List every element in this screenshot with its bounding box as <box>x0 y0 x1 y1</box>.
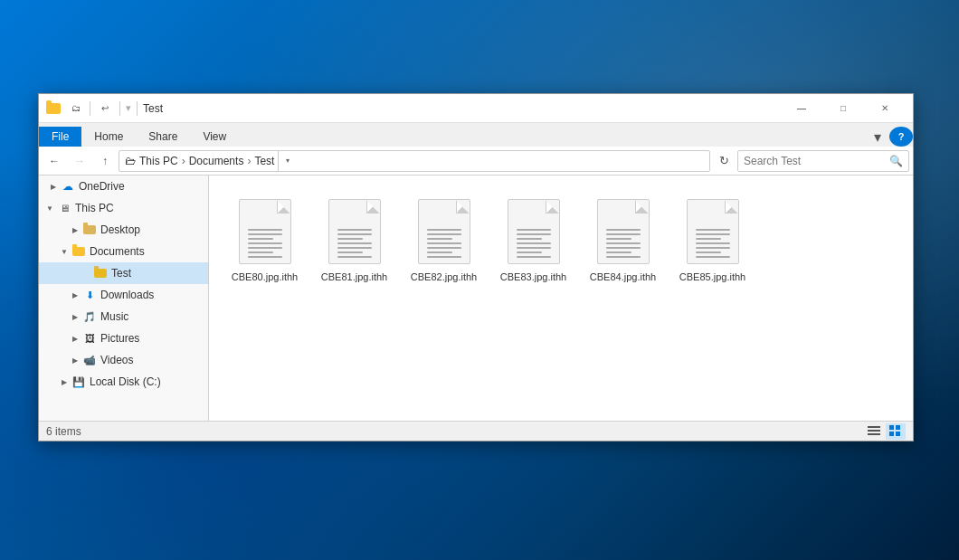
doc-line-short <box>427 238 452 240</box>
minimize-button[interactable]: ─ <box>781 94 822 123</box>
doc-line-short <box>696 238 721 240</box>
up-button[interactable]: ↑ <box>93 149 117 173</box>
expand-arrow-music: ▶ <box>68 309 82 324</box>
sidebar-item-desktop[interactable]: ▶ Desktop <box>39 219 208 241</box>
sidebar-item-downloads[interactable]: ▶ ⬇ Downloads <box>39 284 208 306</box>
details-view-button[interactable] <box>864 423 884 440</box>
tab-home[interactable]: Home <box>81 127 136 147</box>
file-name: CBE83.jpg.ithh <box>500 271 566 283</box>
main-area: ▶ ☁ OneDrive ▼ 🖥 This PC ▶ Des <box>39 176 913 421</box>
address-path[interactable]: 🗁 This PC › Documents › Test ▾ <box>119 150 710 172</box>
sidebar-item-documents[interactable]: ▼ Documents <box>39 241 208 262</box>
close-button[interactable]: ✕ <box>864 94 906 123</box>
sidebar-label-documents: Documents <box>90 245 145 258</box>
document-icon <box>418 199 470 264</box>
path-part-this-pc[interactable]: This PC <box>139 155 178 167</box>
view-controls <box>864 423 906 440</box>
sidebar-label-onedrive: OneDrive <box>79 180 125 193</box>
refresh-button[interactable]: ↻ <box>712 150 736 172</box>
doc-lines <box>606 229 641 258</box>
doc-line <box>427 229 461 231</box>
qa-undo-button[interactable]: ↩ <box>92 98 118 119</box>
sidebar-label-videos: Videos <box>100 354 133 366</box>
doc-line <box>696 242 730 244</box>
tab-share[interactable]: Share <box>136 127 190 147</box>
file-icon-container <box>502 195 565 268</box>
doc-line <box>248 247 282 249</box>
path-part-1: 🗁 <box>125 155 136 167</box>
title-bar: 🗂 ↩ ▾ Test ─ □ ✕ <box>39 94 913 123</box>
sidebar-item-local-disk[interactable]: ▶ 💾 Local Disk (C:) <box>39 371 208 393</box>
path-part-documents[interactable]: Documents <box>189 155 244 167</box>
svg-rect-4 <box>896 425 900 430</box>
search-box[interactable]: 🔍 <box>737 150 909 172</box>
title-icon <box>46 101 61 116</box>
file-item[interactable]: CBE81.jpg.ithh <box>311 188 397 288</box>
svg-rect-5 <box>889 432 894 436</box>
tab-view[interactable]: View <box>190 127 239 147</box>
doc-lines <box>427 229 461 258</box>
doc-line-short <box>606 252 631 253</box>
sidebar-item-videos[interactable]: ▶ 📹 Videos <box>39 349 208 371</box>
file-name: CBE84.jpg.ithh <box>590 271 656 283</box>
doc-line <box>337 229 372 231</box>
window-title: Test <box>139 102 781 115</box>
sidebar-item-pictures[interactable]: ▶ 🖼 Pictures <box>39 327 208 349</box>
back-button[interactable]: ← <box>43 149 66 173</box>
status-item-count: 6 items <box>46 425 864 438</box>
maximize-button[interactable]: □ <box>822 94 864 123</box>
path-part-test[interactable]: Test <box>254 155 274 167</box>
doc-line <box>337 247 372 249</box>
doc-line <box>696 256 730 258</box>
large-icons-view-button[interactable] <box>886 423 906 440</box>
expand-arrow-test: ▶ <box>79 266 93 280</box>
doc-line-short <box>696 252 721 253</box>
doc-line-short <box>427 252 452 253</box>
tab-file[interactable]: File <box>39 127 81 147</box>
doc-line <box>337 242 372 244</box>
qa-separator-3 <box>137 101 138 116</box>
doc-line-short <box>517 252 542 253</box>
music-icon: 🎵 <box>82 309 97 324</box>
document-icon <box>597 199 650 264</box>
search-input[interactable] <box>744 155 886 167</box>
doc-line <box>517 233 551 235</box>
file-item[interactable]: CBE83.jpg.ithh <box>490 188 576 288</box>
document-icon <box>239 199 291 264</box>
pictures-icon: 🖼 <box>82 331 97 346</box>
document-icon <box>687 199 739 264</box>
ribbon-tabs: File Home Share View ▾ ? <box>39 123 913 147</box>
doc-line <box>606 242 641 244</box>
doc-line <box>606 256 641 258</box>
forward-button[interactable]: → <box>68 149 91 173</box>
doc-lines <box>337 229 372 258</box>
onedrive-icon: ☁ <box>61 179 75 194</box>
doc-line-short <box>248 252 273 253</box>
sidebar: ▶ ☁ OneDrive ▼ 🖥 This PC ▶ Des <box>39 176 209 421</box>
qa-properties-button[interactable]: 🗂 <box>66 99 86 119</box>
ribbon-expand-button[interactable]: ▾ <box>866 127 889 147</box>
sidebar-item-music[interactable]: ▶ 🎵 Music <box>39 306 208 327</box>
doc-line-short <box>337 238 363 240</box>
path-sep-2: › <box>247 155 251 167</box>
file-name: CBE82.jpg.ithh <box>411 271 477 283</box>
file-item[interactable]: CBE85.jpg.ithh <box>669 188 755 288</box>
doc-line <box>606 233 641 235</box>
file-item[interactable]: CBE82.jpg.ithh <box>401 188 487 288</box>
expand-arrow-onedrive: ▶ <box>46 179 61 194</box>
file-item[interactable]: CBE84.jpg.ithh <box>580 188 666 288</box>
svg-rect-3 <box>889 425 894 430</box>
doc-line <box>517 242 551 244</box>
svg-rect-0 <box>868 426 880 428</box>
file-item[interactable]: CBE80.jpg.ithh <box>222 188 308 288</box>
sidebar-item-onedrive[interactable]: ▶ ☁ OneDrive <box>39 176 208 197</box>
doc-line <box>427 242 461 244</box>
help-button[interactable]: ? <box>889 127 913 147</box>
path-dropdown-button[interactable]: ▾ <box>278 150 296 172</box>
sidebar-item-this-pc[interactable]: ▼ 🖥 This PC <box>39 197 208 219</box>
expand-arrow-downloads: ▶ <box>68 288 82 302</box>
file-name: CBE85.jpg.ithh <box>679 271 745 283</box>
qa-separator-2 <box>119 101 120 116</box>
sidebar-item-test[interactable]: ▶ Test <box>39 262 208 284</box>
expand-arrow-desktop: ▶ <box>68 223 82 237</box>
